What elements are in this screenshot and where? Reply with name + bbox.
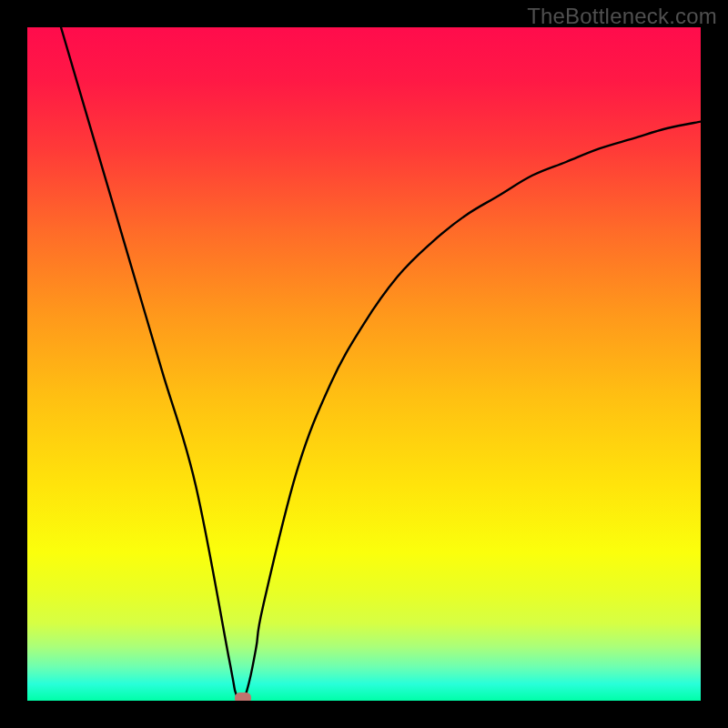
optimal-marker <box>235 693 251 701</box>
watermark-text: TheBottleneck.com <box>527 4 717 29</box>
bottleneck-curve <box>27 27 701 701</box>
chart-frame: TheBottleneck.com <box>0 0 728 728</box>
plot-area <box>27 27 701 701</box>
